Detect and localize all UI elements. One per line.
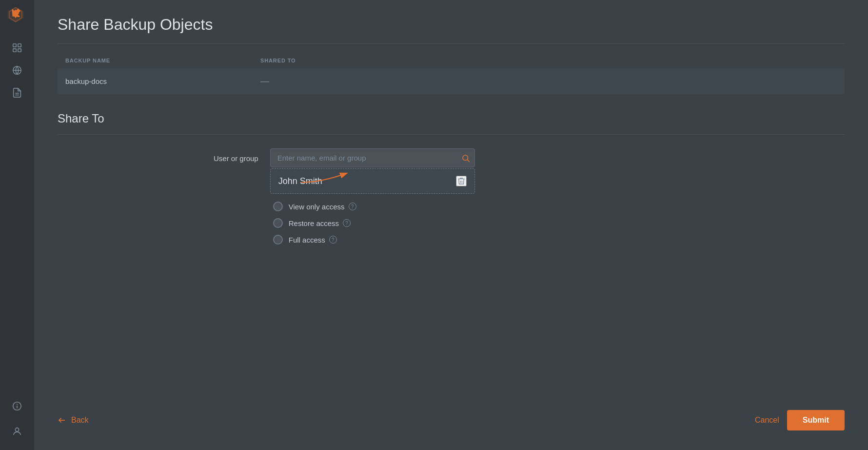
share-to-section: Share To User or group John Sm [58, 108, 845, 245]
svg-rect-5 [13, 49, 16, 52]
help-icon-restore[interactable]: ? [343, 219, 351, 227]
sidebar-item-network[interactable] [7, 61, 27, 80]
page-title: Share Backup Objects [58, 16, 845, 34]
user-group-row: User or group John Smith [58, 148, 845, 245]
svg-rect-6 [18, 49, 21, 52]
access-option-full[interactable]: Full access ? [273, 235, 475, 245]
search-button[interactable] [461, 154, 470, 163]
table-row: backup-docs — [58, 68, 845, 94]
radio-view-only [273, 202, 283, 211]
help-icon-full[interactable]: ? [329, 236, 337, 244]
share-to-title: Share To [58, 112, 845, 125]
access-label-full: Full access ? [289, 236, 337, 244]
sidebar-item-dashboard[interactable] [7, 38, 27, 58]
search-icon [461, 154, 470, 163]
back-arrow-icon [58, 416, 66, 425]
sidebar-item-info[interactable] [7, 396, 27, 416]
svg-rect-4 [18, 44, 21, 47]
sidebar-item-user[interactable] [7, 422, 27, 441]
access-label-view-only: View only access ? [289, 203, 356, 211]
access-option-restore[interactable]: Restore access ? [273, 218, 475, 228]
svg-point-13 [15, 428, 19, 431]
access-label-restore: Restore access ? [289, 219, 351, 227]
trash-icon [457, 177, 466, 185]
cancel-button[interactable]: Cancel [755, 416, 779, 425]
svg-line-15 [467, 160, 469, 162]
radio-restore [273, 218, 283, 228]
right-actions: Cancel Submit [755, 410, 845, 430]
sidebar [0, 0, 34, 450]
access-options: View only access ? Restore access ? [270, 202, 475, 245]
access-option-view-only[interactable]: View only access ? [273, 202, 475, 211]
back-button[interactable]: Back [58, 416, 89, 425]
sidebar-item-files[interactable] [7, 83, 27, 102]
submit-button[interactable]: Submit [787, 410, 845, 430]
title-divider [58, 43, 845, 44]
backup-name-cell: backup-docs [65, 77, 251, 85]
shared-to-cell: — [260, 76, 837, 86]
radio-full [273, 235, 283, 245]
app-logo[interactable] [7, 6, 27, 26]
svg-rect-3 [13, 44, 16, 47]
svg-point-14 [463, 155, 468, 161]
delete-user-button[interactable] [456, 176, 467, 186]
user-group-label: User or group [214, 148, 258, 163]
help-icon-view-only[interactable]: ? [349, 203, 356, 210]
header-shared-to: SHARED TO [260, 58, 837, 63]
table-headers: BACKUP NAME SHARED TO [58, 58, 845, 68]
arrow-annotation [292, 162, 360, 186]
bottom-actions: Back Cancel Submit [58, 410, 845, 430]
main-content: Share Backup Objects BACKUP NAME SHARED … [34, 0, 868, 450]
share-to-divider [58, 134, 845, 135]
header-backup-name: BACKUP NAME [65, 58, 251, 63]
